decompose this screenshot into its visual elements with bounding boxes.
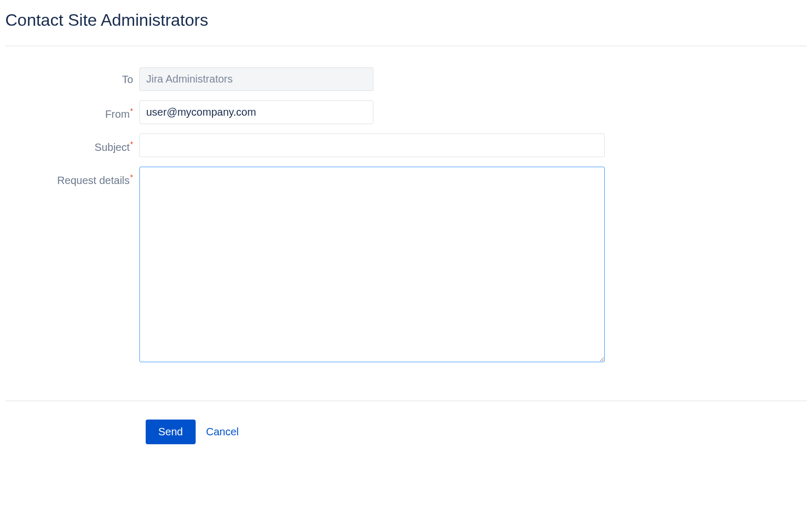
required-asterisk: * [130, 140, 133, 148]
subject-label-text: Subject [95, 141, 130, 153]
to-label-text: To [122, 74, 133, 85]
details-label-text: Request details [57, 175, 130, 186]
required-asterisk: * [130, 107, 133, 115]
page-title: Contact Site Administrators [5, 11, 807, 30]
cancel-button[interactable]: Cancel [206, 426, 239, 438]
actions-divider [5, 401, 807, 401]
contact-form: To From* Subject* Request details* [5, 46, 807, 382]
to-label: To [5, 67, 139, 86]
details-field[interactable] [139, 167, 605, 362]
details-row: Request details* [5, 167, 807, 362]
subject-field[interactable] [139, 134, 605, 157]
to-row: To [5, 67, 807, 91]
subject-label: Subject* [5, 134, 139, 154]
from-row: From* [5, 100, 807, 124]
from-label-text: From [105, 108, 130, 120]
details-label: Request details* [5, 167, 139, 187]
subject-row: Subject* [5, 134, 807, 157]
actions-row: Send Cancel [5, 420, 807, 444]
send-button[interactable]: Send [146, 420, 196, 444]
from-label: From* [5, 100, 139, 120]
from-field[interactable] [139, 100, 373, 124]
required-asterisk: * [130, 173, 133, 181]
to-field [139, 67, 373, 91]
